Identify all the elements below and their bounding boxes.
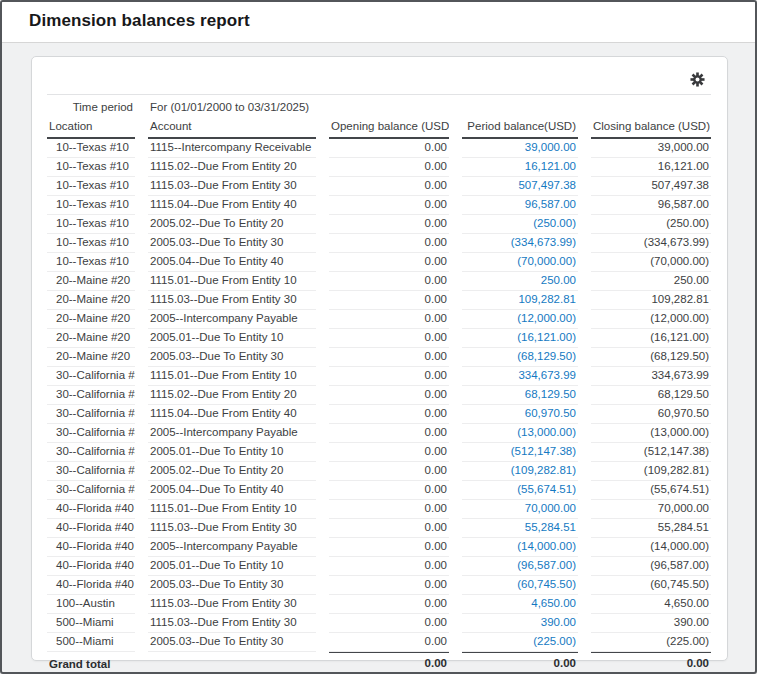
closing-balance-cell: (16,121.00) xyxy=(591,329,711,348)
period-balance-link[interactable]: 55,284.51 xyxy=(525,521,576,533)
closing-balance-cell: (96,587.00) xyxy=(591,557,711,576)
table-row: 40--Florida #402005.03--Due To Entity 30… xyxy=(47,576,711,595)
report-window: Dimension balances report xyxy=(0,0,757,674)
account-cell: 2005--Intercompany Payable xyxy=(148,310,316,329)
opening-balance-cell: 0.00 xyxy=(329,310,449,329)
period-balance-link[interactable]: (109,282.81) xyxy=(511,464,576,476)
period-balance-link[interactable]: 60,970.50 xyxy=(525,407,576,419)
column-header-period-balance: Period balance(USD) xyxy=(462,118,578,139)
table-row: 20--Maine #202005.01--Due To Entity 100.… xyxy=(47,329,711,348)
opening-balance-cell: 0.00 xyxy=(329,386,449,405)
table-row: 10--Texas #101115--Intercompany Receivab… xyxy=(47,139,711,158)
period-balance-link[interactable]: (96,587.00) xyxy=(517,559,576,571)
card-toolbar xyxy=(47,67,711,91)
location-cell: 30--California #30 xyxy=(47,481,135,500)
column-header-row: Location Account Opening balance (USD) P… xyxy=(47,118,711,139)
opening-balance-cell: 0.00 xyxy=(329,633,449,652)
location-cell: 20--Maine #20 xyxy=(47,348,135,367)
period-balance-link[interactable]: 96,587.00 xyxy=(525,198,576,210)
table-row: 30--California #302005--Intercompany Pay… xyxy=(47,424,711,443)
period-balance-link[interactable]: 16,121.00 xyxy=(525,160,576,172)
location-cell: 40--Florida #40 xyxy=(47,538,135,557)
period-balance-link[interactable]: (68,129.50) xyxy=(517,350,576,362)
period-balance-cell: (225.00) xyxy=(462,633,578,652)
closing-balance-cell: 96,587.00 xyxy=(591,196,711,215)
period-balance-link[interactable]: (334,673.99) xyxy=(511,236,576,248)
period-balance-cell: (70,000.00) xyxy=(462,253,578,272)
period-balance-link[interactable]: (13,000.00) xyxy=(517,426,576,438)
grand-total-row: Grand total 0.00 0.00 0.00 xyxy=(47,652,711,674)
table-row: 10--Texas #102005.03--Due To Entity 300.… xyxy=(47,234,711,253)
period-balance-link[interactable]: (16,121.00) xyxy=(517,331,576,343)
closing-balance-cell: 250.00 xyxy=(591,272,711,291)
account-cell: 1115.04--Due From Entity 40 xyxy=(148,196,316,215)
time-period-label: Time period xyxy=(47,99,135,118)
location-cell: 30--California #30 xyxy=(47,386,135,405)
period-balance-link[interactable]: (55,674.51) xyxy=(517,483,576,495)
period-balance-link[interactable]: 109,282.81 xyxy=(518,293,576,305)
table-row: 40--Florida #401115.03--Due From Entity … xyxy=(47,519,711,538)
page-body: Time period For (01/01/2000 to 03/31/202… xyxy=(2,43,755,661)
period-balance-link[interactable]: 70,000.00 xyxy=(525,502,576,514)
period-balance-link[interactable]: (60,745.50) xyxy=(517,578,576,590)
period-balance-link[interactable]: (250.00) xyxy=(533,217,576,229)
account-cell: 1115.03--Due From Entity 30 xyxy=(148,519,316,538)
location-cell: 10--Texas #10 xyxy=(47,139,135,158)
location-cell: 30--California #30 xyxy=(47,443,135,462)
opening-balance-cell: 0.00 xyxy=(329,329,449,348)
period-balance-cell: (68,129.50) xyxy=(462,348,578,367)
closing-balance-cell: 4,650.00 xyxy=(591,595,711,614)
page-title: Dimension balances report xyxy=(29,11,745,31)
location-cell: 30--California #30 xyxy=(47,424,135,443)
closing-balance-cell: 60,970.50 xyxy=(591,405,711,424)
opening-balance-cell: 0.00 xyxy=(329,500,449,519)
account-cell: 1115.03--Due From Entity 30 xyxy=(148,291,316,310)
period-balance-link[interactable]: 39,000.00 xyxy=(525,141,576,153)
period-balance-link[interactable]: 390.00 xyxy=(541,616,576,628)
closing-balance-cell: (512,147.38) xyxy=(591,443,711,462)
account-cell: 2005.02--Due To Entity 20 xyxy=(148,462,316,481)
opening-balance-cell: 0.00 xyxy=(329,557,449,576)
period-balance-link[interactable]: 4,650.00 xyxy=(531,597,576,609)
grand-total-label: Grand total xyxy=(47,652,135,674)
period-balance-cell: (109,282.81) xyxy=(462,462,578,481)
period-balance-cell: (16,121.00) xyxy=(462,329,578,348)
table-row: 20--Maine #201115.03--Due From Entity 30… xyxy=(47,291,711,310)
period-balance-link[interactable]: (70,000.00) xyxy=(517,255,576,267)
account-cell: 2005.03--Due To Entity 30 xyxy=(148,633,316,652)
grand-total-period: 0.00 xyxy=(462,652,578,674)
period-balance-link[interactable]: 507,497.38 xyxy=(518,179,576,191)
location-cell: 100--Austin xyxy=(47,595,135,614)
table-row: 100--Austin1115.03--Due From Entity 300.… xyxy=(47,595,711,614)
period-balance-link[interactable]: 334,673.99 xyxy=(518,369,576,381)
column-header-closing-balance: Closing balance (USD) xyxy=(591,118,711,139)
opening-balance-cell: 0.00 xyxy=(329,424,449,443)
period-balance-link[interactable]: (225.00) xyxy=(533,635,576,647)
period-balance-link[interactable]: 68,129.50 xyxy=(525,388,576,400)
opening-balance-cell: 0.00 xyxy=(329,576,449,595)
table-row: 40--Florida #401115.01--Due From Entity … xyxy=(47,500,711,519)
location-cell: 40--Florida #40 xyxy=(47,519,135,538)
closing-balance-cell: (12,000.00) xyxy=(591,310,711,329)
opening-balance-cell: 0.00 xyxy=(329,253,449,272)
period-balance-link[interactable]: (12,000.00) xyxy=(517,312,576,324)
period-balance-link[interactable]: (14,000.00) xyxy=(517,540,576,552)
column-header-account: Account xyxy=(148,118,316,139)
closing-balance-cell: 334,673.99 xyxy=(591,367,711,386)
closing-balance-cell: 16,121.00 xyxy=(591,158,711,177)
period-balance-cell: (250.00) xyxy=(462,215,578,234)
report-card: Time period For (01/01/2000 to 03/31/202… xyxy=(31,56,728,661)
account-cell: 2005.03--Due To Entity 30 xyxy=(148,348,316,367)
period-balance-cell: (13,000.00) xyxy=(462,424,578,443)
settings-gear-button[interactable] xyxy=(688,70,707,89)
location-cell: 10--Texas #10 xyxy=(47,234,135,253)
table-row: 500--Miami2005.03--Due To Entity 300.00(… xyxy=(47,633,711,652)
time-period-row: Time period For (01/01/2000 to 03/31/202… xyxy=(47,99,711,118)
location-cell: 20--Maine #20 xyxy=(47,272,135,291)
period-balance-cell: (334,673.99) xyxy=(462,234,578,253)
location-cell: 30--California #30 xyxy=(47,367,135,386)
account-cell: 2005.01--Due To Entity 10 xyxy=(148,329,316,348)
period-balance-link[interactable]: (512,147.38) xyxy=(511,445,576,457)
opening-balance-cell: 0.00 xyxy=(329,177,449,196)
period-balance-link[interactable]: 250.00 xyxy=(541,274,576,286)
